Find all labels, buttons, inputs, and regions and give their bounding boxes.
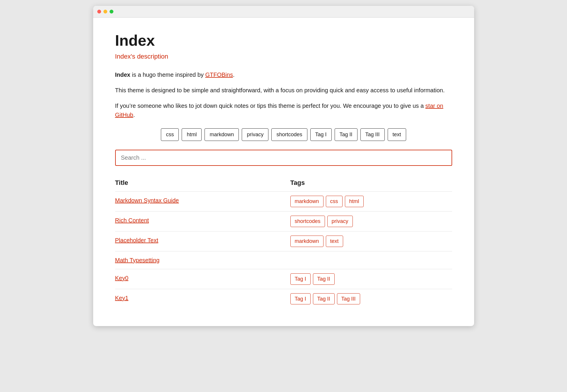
intro3-prefix: If you’re someone who likes to jot down … [115, 103, 425, 109]
search-container [115, 150, 452, 166]
row-tag-badge[interactable]: html [345, 196, 364, 207]
intro-paragraph-1: Index is a hugo theme inspired by GTFOBi… [115, 70, 452, 79]
maximize-button[interactable] [110, 10, 113, 13]
row-tag-badge[interactable]: Tag I [290, 273, 311, 285]
all-tag-badge[interactable]: markdown [205, 128, 239, 141]
table-row: Key0Tag ITag II [115, 269, 452, 289]
gtfobins-link[interactable]: GTFOBins [205, 71, 233, 78]
row-title-cell: Markdown Syntax Guide [115, 196, 290, 205]
page-title: Index [115, 32, 452, 49]
page-description: Index's description [115, 51, 452, 62]
row-tag-badge[interactable]: privacy [327, 216, 353, 227]
row-title-link[interactable]: Math Typesetting [115, 257, 160, 263]
all-tag-badge[interactable]: Tag II [335, 128, 357, 141]
intro-text-before-link: is a hugo theme inspired by [132, 71, 205, 78]
intro-paragraph-2: This theme is designed to be simple and … [115, 86, 452, 95]
row-tag-badge[interactable]: Tag I [290, 293, 311, 305]
row-tags-cell: markdowncsshtml [290, 196, 452, 207]
table-row: Rich Contentshortcodesprivacy [115, 211, 452, 231]
minimize-button[interactable] [103, 10, 107, 13]
row-title-cell: Rich Content [115, 216, 290, 225]
all-tag-badge[interactable]: html [182, 128, 202, 141]
row-tags-cell: markdowntext [290, 236, 452, 247]
all-tag-badge[interactable]: text [388, 128, 406, 141]
intro-bold: Index [115, 71, 130, 78]
row-tag-badge[interactable]: markdown [290, 236, 323, 247]
row-tag-badge[interactable]: Tag III [337, 293, 360, 305]
all-tag-badge[interactable]: Tag III [360, 128, 385, 141]
titlebar [93, 6, 474, 18]
table-row: Key1Tag ITag IITag III [115, 289, 452, 309]
row-tag-badge[interactable]: shortcodes [290, 216, 325, 227]
row-tag-badge[interactable]: Tag II [313, 273, 335, 285]
close-button[interactable] [97, 10, 101, 13]
all-tag-badge[interactable]: css [161, 128, 179, 141]
table-row: Math Typesetting [115, 251, 452, 269]
row-title-cell: Placeholder Text [115, 236, 290, 245]
row-title-link[interactable]: Key0 [115, 275, 129, 281]
row-tag-badge[interactable]: markdown [290, 196, 323, 207]
row-title-link[interactable]: Rich Content [115, 217, 149, 224]
table-row: Markdown Syntax Guidemarkdowncsshtml [115, 191, 452, 211]
row-title-link[interactable]: Placeholder Text [115, 237, 159, 243]
table-header: Title Tags [115, 178, 452, 188]
row-tag-badge[interactable]: text [326, 236, 343, 247]
row-title-link[interactable]: Markdown Syntax Guide [115, 197, 179, 204]
row-title-link[interactable]: Key1 [115, 295, 129, 301]
row-title-cell: Key1 [115, 293, 290, 303]
row-tag-badge[interactable]: Tag II [313, 293, 335, 305]
table-body: Markdown Syntax GuidemarkdowncsshtmlRich… [115, 191, 452, 309]
intro-paragraph-3: If you’re someone who likes to jot down … [115, 101, 452, 120]
search-input[interactable] [115, 150, 452, 166]
all-tag-badge[interactable]: privacy [242, 128, 268, 141]
content-table: Title Tags Markdown Syntax Guidemarkdown… [115, 178, 452, 309]
all-tags-row: csshtmlmarkdownprivacyshortcodesTag ITag… [115, 128, 452, 141]
row-tags-cell: Tag ITag IITag III [290, 293, 452, 305]
all-tag-badge[interactable]: Tag I [310, 128, 332, 141]
row-tag-badge[interactable]: css [326, 196, 343, 207]
page-content: Index Index's description Index is a hug… [93, 18, 474, 326]
column-title-header: Title [115, 178, 290, 188]
browser-window: Index Index's description Index is a hug… [93, 6, 474, 326]
row-title-cell: Key0 [115, 273, 290, 283]
row-tags-cell: Tag ITag II [290, 273, 452, 285]
all-tag-badge[interactable]: shortcodes [271, 128, 307, 141]
row-title-cell: Math Typesetting [115, 255, 290, 265]
column-tags-header: Tags [290, 178, 452, 188]
row-tags-cell: shortcodesprivacy [290, 216, 452, 227]
table-row: Placeholder Textmarkdowntext [115, 231, 452, 251]
